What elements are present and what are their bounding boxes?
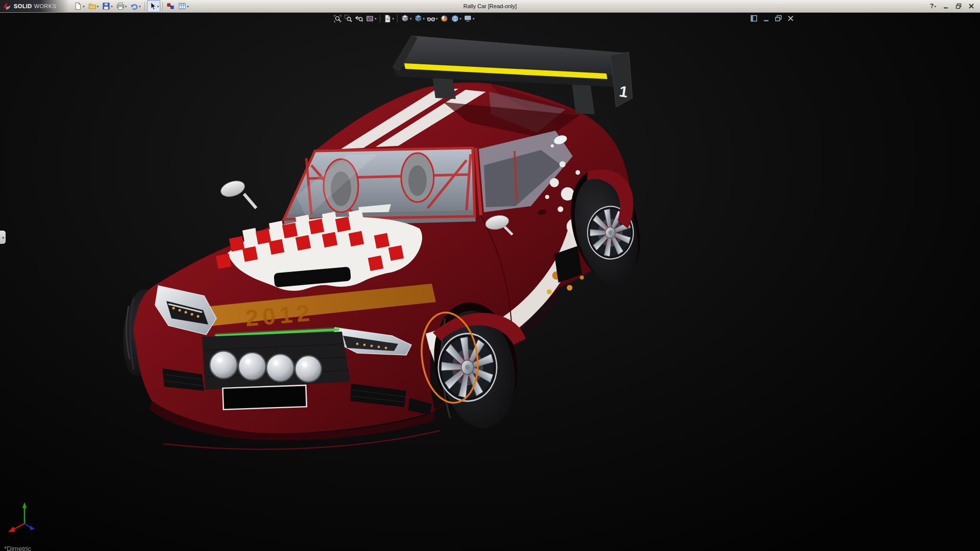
select-button[interactable]: ▾ [147, 0, 161, 12]
save-button[interactable]: ▾ [101, 0, 114, 12]
close-icon [968, 3, 974, 9]
new-document-button[interactable]: ▾ [72, 0, 86, 12]
restore-doc-icon [775, 15, 782, 22]
minimize-icon [943, 3, 949, 9]
restore-icon [955, 3, 962, 9]
rebuild-icon [166, 2, 175, 10]
graphics-area[interactable]: 2012 [0, 12, 980, 551]
dropdown-caret-icon[interactable]: ▾ [375, 17, 377, 20]
zoom-to-area-button[interactable] [344, 14, 353, 23]
print-button[interactable]: ▾ [115, 0, 129, 12]
window-title: Rally Car [Read-only] [463, 0, 517, 12]
previous-view-button[interactable] [354, 14, 364, 23]
appearance-ball-icon [440, 14, 449, 23]
dropdown-caret-icon[interactable]: ▾ [436, 17, 438, 20]
zoom-to-fit-icon [333, 14, 342, 23]
options-table-icon [178, 2, 186, 10]
section-view-button[interactable]: ▾ [365, 14, 377, 23]
dropdown-caret-icon[interactable]: ▾ [139, 5, 141, 8]
dropdown-caret-icon[interactable]: ▾ [83, 5, 85, 8]
dropdown-caret-icon[interactable]: ▾ [423, 17, 425, 20]
brand: SOLIDWORKS [0, 0, 69, 12]
document-window-controls [749, 14, 795, 22]
expand-panes-icon [750, 15, 757, 22]
dropdown-caret-icon[interactable]: ▾ [934, 5, 936, 8]
headsup-view-toolbar: ▾ ▾ ▾ [333, 14, 475, 23]
apply-scene-button[interactable]: ▾ [450, 14, 462, 23]
help-icon: ? [930, 3, 934, 10]
close-doc-icon [787, 15, 794, 22]
scene-globe-icon [451, 14, 459, 23]
dropdown-caret-icon[interactable]: ▾ [125, 5, 127, 8]
view-settings-monitor-icon [463, 14, 472, 23]
titlebar: SOLIDWORKS ▾ ▾ ▾ [0, 0, 980, 13]
view-orientation-label: *Dimetric [4, 545, 31, 551]
brand-name-bold: SOLID [14, 3, 32, 9]
window-controls: ?▾ [927, 1, 980, 12]
dropdown-caret-icon[interactable]: ▾ [393, 17, 395, 20]
zoom-to-area-icon [344, 14, 353, 23]
reference-triad [8, 502, 35, 532]
open-button[interactable]: ▾ [87, 0, 101, 12]
glasses-icon [427, 14, 435, 23]
open-folder-icon [88, 2, 96, 10]
main-toolbar: ▾ ▾ ▾ ▾ [69, 0, 190, 12]
help-button[interactable]: ?▾ [927, 1, 939, 12]
minimize-button[interactable] [940, 1, 952, 12]
select-cursor-icon [149, 2, 157, 10]
toolbar-separator [144, 2, 145, 10]
dropdown-caret-icon[interactable]: ▾ [111, 5, 113, 8]
restore-document-button[interactable] [774, 14, 782, 22]
view-orientation-cube-icon [401, 14, 409, 23]
dropdown-caret-icon[interactable]: ▾ [187, 5, 189, 8]
hide-show-items-button[interactable]: ▾ [426, 14, 438, 23]
new-document-icon [74, 2, 82, 10]
minimize-document-button[interactable] [762, 14, 770, 22]
brand-name-light: WORKS [34, 3, 57, 9]
undo-icon [130, 2, 138, 10]
toolbar-separator [162, 2, 163, 10]
options-button[interactable]: ▾ [177, 0, 190, 12]
solidworks-logo-icon [3, 2, 12, 11]
edit-appearance-button[interactable] [439, 14, 449, 23]
feature-panel-collapse-tab[interactable]: ◂ [0, 231, 6, 244]
dropdown-caret-icon[interactable]: ▾ [157, 5, 159, 8]
annotations-icon [383, 14, 392, 23]
dropdown-caret-icon[interactable]: ▾ [97, 5, 99, 8]
car-model: 2012 [119, 35, 651, 449]
restore-button[interactable] [952, 1, 965, 12]
license-plate [223, 385, 306, 410]
expand-panes-button[interactable] [749, 14, 758, 22]
dropdown-caret-icon[interactable]: ▾ [410, 17, 412, 20]
model-scene: 2012 [0, 12, 980, 551]
display-style-icon [414, 14, 423, 23]
rebuild-button[interactable] [165, 0, 176, 12]
undo-button[interactable]: ▾ [129, 0, 142, 12]
display-style-button[interactable]: ▾ [413, 14, 426, 23]
close-document-button[interactable] [786, 14, 795, 22]
dropdown-caret-icon[interactable]: ▾ [473, 17, 475, 20]
print-icon [116, 2, 125, 10]
dropdown-caret-icon[interactable]: ▾ [460, 17, 462, 20]
toolbar-separator [397, 15, 398, 22]
save-icon [102, 2, 110, 10]
close-button[interactable] [965, 1, 977, 12]
zoom-to-fit-button[interactable] [333, 14, 342, 23]
section-view-icon [365, 14, 374, 23]
annotations-button[interactable]: ▾ [383, 14, 395, 23]
solidworks-window: SOLIDWORKS ▾ ▾ ▾ [0, 0, 980, 551]
previous-view-icon [355, 14, 363, 23]
toolbar-separator [380, 15, 380, 22]
view-settings-button[interactable]: ▾ [463, 14, 475, 23]
view-orientation-button[interactable]: ▾ [400, 14, 412, 23]
minimize-doc-icon [763, 15, 770, 22]
cockpit [284, 148, 476, 227]
